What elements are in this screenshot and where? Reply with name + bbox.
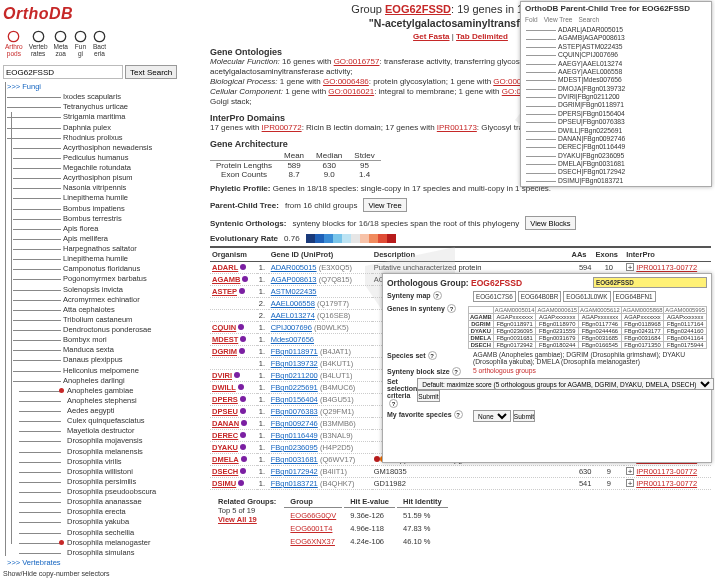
- species-node[interactable]: Solenopsis invicta: [7, 285, 203, 295]
- tab-delim-link[interactable]: Tab Delimited: [456, 32, 508, 41]
- species-node[interactable]: Drosophila melanogaster: [7, 538, 203, 548]
- go-link[interactable]: GO:0016757: [334, 57, 380, 66]
- eog-chip[interactable]: EOG64BFN1: [613, 291, 656, 302]
- taxa-icon[interactable]: Arthro pods: [3, 29, 25, 58]
- eog-chip[interactable]: EOG61C7S6: [473, 291, 516, 302]
- species-node[interactable]: Anopheles stephensi: [7, 396, 203, 406]
- species-node[interactable]: Atta cephalotes: [7, 305, 203, 315]
- pc-leaf[interactable]: DWILL|FBgn0225691: [524, 127, 708, 135]
- gene-link[interactable]: FBgn0211200: [271, 371, 318, 380]
- help-icon[interactable]: ?: [433, 291, 442, 300]
- species-node[interactable]: Rhodnius prolixus: [7, 133, 203, 143]
- species-node[interactable]: Drosophila willistoni: [7, 467, 203, 477]
- go-link[interactable]: GO:0016021: [328, 87, 374, 96]
- pc-leaf[interactable]: DSIMU|FBgn0183721: [524, 177, 708, 185]
- species-node[interactable]: Culex quinquefasciatus: [7, 416, 203, 426]
- species-node[interactable]: Anopheles gambiae: [7, 386, 203, 396]
- pc-leaf[interactable]: AAEGY|AAEL013274: [524, 60, 708, 68]
- taxa-icon[interactable]: Fun gi: [72, 29, 89, 58]
- species-node[interactable]: Drosophila mojavensis: [7, 436, 203, 446]
- copy-number-toggle[interactable]: Show/Hide copy-number selectors: [3, 570, 203, 577]
- species-node[interactable]: Aedes aegypti: [7, 406, 203, 416]
- organism-link[interactable]: DPSEU: [212, 407, 238, 416]
- taxa-icon[interactable]: Bact eria: [91, 29, 108, 58]
- gene-link[interactable]: FBgn0031681: [271, 455, 318, 464]
- criteria-submit[interactable]: [417, 390, 439, 402]
- go-link[interactable]: GO:0006486: [323, 77, 369, 86]
- help-icon[interactable]: ?: [454, 410, 463, 419]
- pc-leaf[interactable]: DANAN|FBgn0092746: [524, 135, 708, 143]
- species-node[interactable]: Camponotus floridanus: [7, 264, 203, 274]
- taxa-icon[interactable]: Meta zoa: [52, 29, 70, 58]
- gene-link[interactable]: AGAP008613: [271, 275, 317, 284]
- species-node[interactable]: Drosophila persimilis: [7, 477, 203, 487]
- organism-link[interactable]: MDEST: [212, 335, 238, 344]
- organism-link[interactable]: DWILL: [212, 383, 236, 392]
- help-icon[interactable]: ?: [428, 351, 437, 360]
- pc-tool[interactable]: Search: [578, 16, 599, 23]
- species-node[interactable]: Drosophila pseudoobscura: [7, 487, 203, 497]
- related-group-link[interactable]: EOG6001T4: [290, 524, 332, 533]
- species-node[interactable]: Drosophila virilis: [7, 457, 203, 467]
- synteny-group-link[interactable]: EOG62FSSD: [471, 278, 522, 288]
- species-node[interactable]: Ixodes scapularis: [7, 92, 203, 102]
- taxa-icon[interactable]: Verteb rates: [27, 29, 50, 58]
- favorite-submit[interactable]: [513, 410, 535, 422]
- pc-leaf[interactable]: DMELA|FBgn0031681: [524, 160, 708, 168]
- pc-leaf[interactable]: DGRIM|FBgn0118971: [524, 101, 708, 109]
- species-node[interactable]: Apis mellifera: [7, 234, 203, 244]
- pc-leaf[interactable]: DEREC|FBgn0116449: [524, 143, 708, 151]
- organism-link[interactable]: CQUIN: [212, 323, 236, 332]
- organism-link[interactable]: DANAN: [212, 419, 239, 428]
- gene-link[interactable]: FBgn0225691: [271, 383, 318, 392]
- organism-link[interactable]: DSIMU: [212, 479, 236, 488]
- help-icon[interactable]: ?: [452, 367, 461, 376]
- species-node[interactable]: Acromyrmex echinatior: [7, 295, 203, 305]
- gene-link[interactable]: FBgn0156404: [271, 395, 318, 404]
- gene-link[interactable]: CPIJ007696: [271, 323, 312, 332]
- gene-link[interactable]: AAEL006558: [271, 299, 315, 308]
- view-tree-button[interactable]: View Tree: [363, 198, 406, 212]
- ipr-link[interactable]: IPR001173-00772: [636, 467, 697, 476]
- pc-leaf[interactable]: DMOJA|FBgn0139732: [524, 85, 708, 93]
- pc-tool[interactable]: Fold: [525, 16, 538, 23]
- species-node[interactable]: Apis florea: [7, 224, 203, 234]
- species-node[interactable]: Drosophila ananassae: [7, 497, 203, 507]
- gene-link[interactable]: Mdes007656: [271, 335, 314, 344]
- search-input[interactable]: [3, 65, 123, 79]
- text-search-button[interactable]: Text Search: [125, 65, 177, 79]
- pc-leaf[interactable]: CQUIN|CPIJ007696: [524, 51, 708, 59]
- gene-link[interactable]: FBgn0172942: [271, 467, 318, 476]
- pc-leaf[interactable]: DPSEU|FBgn0076383: [524, 118, 708, 126]
- species-node[interactable]: Manduca sexta: [7, 345, 203, 355]
- eog-chip[interactable]: EOG61JL0WK: [563, 291, 610, 302]
- organism-link[interactable]: DGRIM: [212, 347, 237, 356]
- species-node[interactable]: Megachile rotundata: [7, 163, 203, 173]
- species-node[interactable]: Bombus impatiens: [7, 204, 203, 214]
- species-node[interactable]: Daphnia pulex: [7, 123, 203, 133]
- related-group-link[interactable]: EOG66G0QV: [290, 511, 336, 520]
- pc-leaf[interactable]: DPERS|FBgn0156404: [524, 110, 708, 118]
- expand-icon[interactable]: +: [626, 467, 634, 475]
- organism-link[interactable]: DMELA: [212, 455, 239, 464]
- species-node[interactable]: Linepithema humile: [7, 254, 203, 264]
- organism-link[interactable]: ADARL: [212, 263, 238, 272]
- ipr-link[interactable]: IPR001173: [437, 123, 477, 132]
- species-node[interactable]: Danaus plexippus: [7, 355, 203, 365]
- species-node[interactable]: Strigamia maritima: [7, 112, 203, 122]
- species-node[interactable]: Nasonia vitripennis: [7, 183, 203, 193]
- species-node[interactable]: Drosophila yakuba: [7, 517, 203, 527]
- organism-link[interactable]: DPERS: [212, 395, 238, 404]
- view-all-link[interactable]: View All 19: [218, 515, 257, 524]
- species-node[interactable]: Acyrthosiphon newadensis: [7, 143, 203, 153]
- favorite-select[interactable]: None: [473, 410, 511, 422]
- pc-leaf[interactable]: DYAKU|FBgn0236095: [524, 152, 708, 160]
- pc-leaf[interactable]: AGAMB|AGAP008613: [524, 34, 708, 42]
- expand-icon[interactable]: +: [626, 263, 634, 271]
- get-fasta-link[interactable]: Get Fasta: [413, 32, 449, 41]
- species-node[interactable]: Mayetiola destructor: [7, 426, 203, 436]
- view-blocks-button[interactable]: View Blocks: [525, 216, 575, 230]
- ipr-link[interactable]: IPR000772: [262, 123, 302, 132]
- organism-link[interactable]: AGAMB: [212, 275, 240, 284]
- gene-link[interactable]: FBgn0118971: [271, 347, 318, 356]
